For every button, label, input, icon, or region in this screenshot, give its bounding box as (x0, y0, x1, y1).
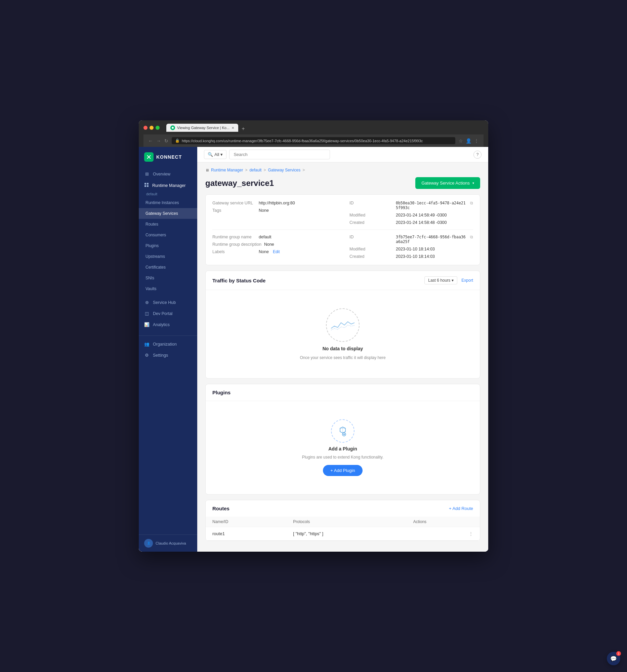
add-plugin-btn[interactable]: + Add Plugin (323, 465, 362, 476)
service-hub-icon: ⊛ (144, 300, 150, 305)
plugin-empty-title: Add a Plugin (328, 446, 357, 452)
runtime-modified-row: Modified 2023-01-10 18:14:03 (349, 247, 473, 251)
time-filter-chevron-icon: ▾ (452, 278, 454, 283)
runtime-created-value: 2023-01-10 18:14:03 (396, 254, 435, 259)
search-filter-dropdown[interactable]: 🔍 All ▾ (204, 150, 226, 159)
sidebar-item-organization[interactable]: 👥 Organization (139, 338, 197, 350)
analytics-label: Analytics (153, 322, 170, 327)
main-content: 🖥 Runtime Manager > default > Gateway Se… (197, 162, 488, 552)
breadcrumb-sep-2: > (264, 168, 266, 172)
service-created-row: Created 2023-01-24 14:58:48 -0300 (349, 220, 473, 225)
no-data-subtitle: Once your service sees traffic it will d… (300, 355, 385, 360)
help-button[interactable]: ? (473, 151, 481, 159)
sidebar-item-settings[interactable]: ⚙ Settings (139, 350, 197, 361)
service-id-value: 0b50ea30-1ecc-4fa5-9478-a24e215f993c (396, 201, 466, 210)
sidebar-item-dev-portal[interactable]: ◫ Dev Portal (139, 308, 197, 319)
sidebar-item-runtime-manager[interactable]: Runtime Manager (139, 179, 197, 191)
copy-runtime-id-btn[interactable]: ⧉ (470, 235, 473, 239)
dev-portal-icon: ◫ (144, 311, 150, 316)
routes-section: Routes + Add Route Name/ID Protocols Act… (205, 500, 480, 541)
service-url-label: Gateway service URL (212, 201, 256, 206)
sidebar-item-runtime-instances[interactable]: Runtime Instances (139, 197, 197, 208)
traffic-lights (144, 126, 159, 130)
filter-chevron-icon: ▾ (220, 152, 223, 157)
minimize-window-btn[interactable] (150, 126, 154, 130)
runtime-manager-icon (144, 183, 149, 188)
sidebar-label-overview: Overview (153, 172, 170, 176)
browser-tabs: Viewing Gateway Service | Ko... ✕ + (166, 124, 483, 132)
runtime-desc-value: None (264, 242, 274, 247)
menu-btn[interactable]: ⋮ (474, 138, 479, 144)
chat-bubble-btn[interactable]: 💬 1 (607, 652, 620, 665)
copy-id-btn[interactable]: ⧉ (470, 201, 473, 206)
no-data-container: No data to display Once your service see… (212, 298, 473, 370)
kong-logo-icon (144, 152, 154, 162)
vaults-label: Vaults (146, 286, 156, 291)
action-btn-chevron-icon: ▾ (472, 181, 474, 185)
svg-rect-4 (147, 185, 149, 187)
forward-btn[interactable]: → (156, 138, 161, 144)
sidebar-footer: 👤 Claudio Acquaviva (139, 534, 197, 552)
service-created-label: Created (349, 220, 393, 225)
gateway-service-actions-btn[interactable]: Gateway Service Actions ▾ (415, 177, 480, 189)
refresh-btn[interactable]: ↻ (164, 138, 168, 144)
right-panel: 🔍 All ▾ ? 🖥 Runtime Manager > defau (197, 147, 488, 552)
consumers-label: Consumers (146, 233, 166, 237)
active-tab[interactable]: Viewing Gateway Service | Ko... ✕ (166, 124, 238, 132)
settings-label: Settings (153, 353, 168, 358)
breadcrumb-gateway-services[interactable]: Gateway Services (268, 168, 300, 172)
new-tab-btn[interactable]: + (240, 126, 247, 132)
close-window-btn[interactable] (144, 126, 148, 130)
routes-section-title: Routes (212, 506, 229, 511)
runtime-desc-row: Runtime group description None (212, 242, 336, 247)
labels-edit-btn[interactable]: Edit (273, 249, 280, 254)
plugins-section-header: Plugins (206, 384, 480, 401)
traffic-section: Traffic by Status Code Last 6 hours ▾ Ex… (205, 271, 480, 379)
address-bar[interactable]: 🔒 https://cloud.konghq.com/us/runtime-ma… (172, 137, 455, 144)
search-area: 🔍 All ▾ (204, 150, 470, 159)
logo-text: KONNECT (156, 154, 182, 160)
filter-icon: 🔍 (208, 152, 213, 157)
breadcrumb-runtime-manager[interactable]: Runtime Manager (211, 168, 243, 172)
search-input[interactable] (229, 150, 330, 159)
time-filter-dropdown[interactable]: Last 6 hours ▾ (424, 276, 457, 284)
route-actions-btn[interactable]: ⋮ (407, 527, 480, 541)
service-tags-row: Tags None (212, 208, 336, 213)
chat-icon: 💬 (610, 655, 617, 662)
breadcrumb-default[interactable]: default (249, 168, 261, 172)
sidebar: KONNECT ⊞ Overview (139, 147, 197, 552)
sidebar-item-service-hub[interactable]: ⊛ Service Hub (139, 297, 197, 308)
tab-close-btn[interactable]: ✕ (231, 126, 234, 130)
runtime-id-row: ID 3fb75ee7-7cfc-4668-956d-fbaa36a6a25f … (349, 235, 473, 244)
sidebar-item-snis[interactable]: SNIs (139, 273, 197, 283)
tab-title: Viewing Gateway Service | Ko... (177, 126, 229, 130)
export-btn[interactable]: Export (461, 278, 473, 283)
maximize-window-btn[interactable] (156, 126, 159, 130)
sidebar-item-gateway-services[interactable]: Gateway Services (139, 208, 197, 219)
routes-label: Routes (146, 222, 158, 226)
runtime-labels-label: Labels (212, 249, 256, 254)
runtime-id-label: ID (349, 235, 393, 239)
routes-table-head: Name/ID Protocols Actions (206, 517, 480, 527)
mini-chart-svg (331, 317, 354, 334)
page-header: gateway_service1 Gateway Service Actions… (205, 177, 480, 189)
sidebar-item-overview[interactable]: ⊞ Overview (139, 168, 197, 179)
bookmark-btn[interactable]: ☆ (459, 138, 463, 144)
sidebar-item-upstreams[interactable]: Upstreams (139, 251, 197, 262)
sidebar-item-plugins[interactable]: Plugins (139, 240, 197, 251)
browser-addressbar: ← → ↻ 🔒 https://cloud.konghq.com/us/runt… (144, 135, 483, 147)
lock-icon: 🔒 (175, 139, 180, 143)
sidebar-item-certificates[interactable]: Certificates (139, 262, 197, 273)
service-modified-row: Modified 2023-01-24 14:58:49 -0300 (349, 213, 473, 217)
profile-btn[interactable]: 👤 (466, 138, 471, 144)
user-name: Claudio Acquaviva (156, 541, 186, 545)
back-btn[interactable]: ← (148, 138, 153, 144)
runtime-modified-label: Modified (349, 247, 393, 251)
sidebar-item-consumers[interactable]: Consumers (139, 230, 197, 240)
sidebar-item-vaults[interactable]: Vaults (139, 283, 197, 294)
runtime-manager-label: Runtime Manager (152, 183, 185, 188)
sidebar-item-routes[interactable]: Routes (139, 219, 197, 230)
sidebar-item-analytics[interactable]: 📊 Analytics (139, 319, 197, 330)
add-route-btn[interactable]: + Add Route (449, 506, 473, 511)
topbar: 🔍 All ▾ ? (197, 147, 488, 162)
